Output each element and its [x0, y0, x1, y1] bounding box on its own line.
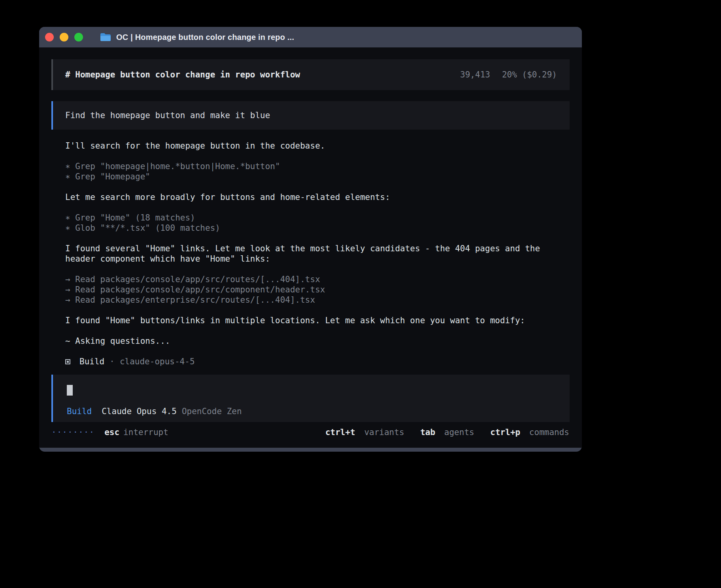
window-titlebar[interactable]: OC | Homepage button color change in rep… — [39, 27, 582, 47]
provider-label: OpenCode Zen — [182, 406, 242, 416]
tool-call-read: → Read packages/console/app/src/componen… — [65, 285, 569, 295]
shortcut-key-ctrl-t: ctrl+t — [325, 428, 355, 437]
session-meta: 39,413 20% ($0.29) — [460, 70, 557, 80]
folder-icon — [100, 33, 111, 41]
terminal-window: OC | Homepage button color change in rep… — [39, 27, 582, 452]
tool-call-glob: ∗ Glob "**/*.tsx" (100 matches) — [65, 223, 569, 233]
assistant-text: I'll search for the homepage button in t… — [65, 141, 569, 151]
session-header: # Homepage button color change in repo w… — [51, 59, 570, 90]
agent-mode-label: Build — [67, 406, 92, 416]
user-message-text: Find the homepage button and make it blu… — [65, 110, 270, 121]
shortcut-label-interrupt: interrupt — [123, 427, 168, 437]
status-right: ctrl+t variants tab agents ctrl+p comman… — [314, 427, 569, 437]
agent-model: claude-opus-4-5 — [120, 356, 195, 367]
status-text: ~ Asking questions... — [65, 336, 569, 346]
tool-call-grep: ∗ Grep "Home" (18 matches) — [65, 213, 569, 223]
status-bar: ········ esc interrupt ctrl+t variants t… — [51, 427, 570, 437]
assistant-text: Let me search more broadly for buttons a… — [65, 192, 569, 202]
tool-call-read: → Read packages/enterprise/src/routes/[.… — [65, 295, 569, 305]
window-title: OC | Homepage button color change in rep… — [116, 33, 294, 42]
minimize-button[interactable] — [60, 33, 68, 41]
shortcut-key-tab: tab — [420, 428, 435, 437]
shortcut-key-esc: esc — [104, 427, 119, 437]
status-left: ········ esc interrupt — [51, 427, 168, 437]
model-row: Build Claude Opus 4.5 OpenCode Zen — [67, 406, 557, 416]
shortcut-key-ctrl-p: ctrl+p — [490, 428, 520, 437]
agent-separator: · — [109, 356, 115, 367]
traffic-lights — [45, 33, 89, 41]
assistant-text: I found "Home" buttons/links in multiple… — [65, 315, 569, 326]
agent-name: Build — [79, 356, 104, 367]
prompt-input[interactable]: Build Claude Opus 4.5 OpenCode Zen — [51, 375, 570, 422]
token-count: 39,413 — [460, 70, 490, 80]
shortcut-agents: tab agents — [420, 428, 479, 437]
agent-icon — [65, 359, 70, 364]
shortcut-label-commands: commands — [529, 428, 569, 437]
assistant-text: I found several "Home" links. Let me loo… — [65, 243, 569, 264]
spinner-dots: ········ — [51, 427, 94, 437]
model-label: Claude Opus 4.5 — [102, 406, 177, 416]
shortcut-commands: ctrl+p commands — [490, 428, 569, 437]
agent-status-line: Build · claude-opus-4-5 — [65, 356, 569, 367]
tool-call-read: → Read packages/console/app/src/routes/[… — [65, 274, 569, 285]
context-usage: 20% ($0.29) — [502, 70, 557, 80]
text-cursor — [67, 385, 73, 396]
tool-call-grep: ∗ Grep "homepage|home.*button|Home.*butt… — [65, 161, 569, 172]
tool-call-group: → Read packages/console/app/src/routes/[… — [65, 274, 569, 305]
assistant-transcript: I'll search for the homepage button in t… — [51, 141, 569, 367]
tool-call-group: ∗ Grep "homepage|home.*button|Home.*butt… — [65, 161, 569, 182]
session-title: # Homepage button color change in repo w… — [65, 70, 300, 80]
close-button[interactable] — [45, 33, 54, 41]
zoom-button[interactable] — [74, 33, 83, 41]
terminal-content[interactable]: # Homepage button color change in repo w… — [39, 47, 582, 448]
shortcut-label-variants: variants — [364, 428, 404, 437]
tool-call-group: ∗ Grep "Home" (18 matches) ∗ Glob "**/*.… — [65, 213, 569, 233]
shortcut-label-agents: agents — [444, 428, 474, 437]
user-message: Find the homepage button and make it blu… — [51, 101, 570, 130]
shortcut-variants: ctrl+t variants — [325, 428, 409, 437]
tool-call-grep: ∗ Grep "Homepage" — [65, 172, 569, 182]
